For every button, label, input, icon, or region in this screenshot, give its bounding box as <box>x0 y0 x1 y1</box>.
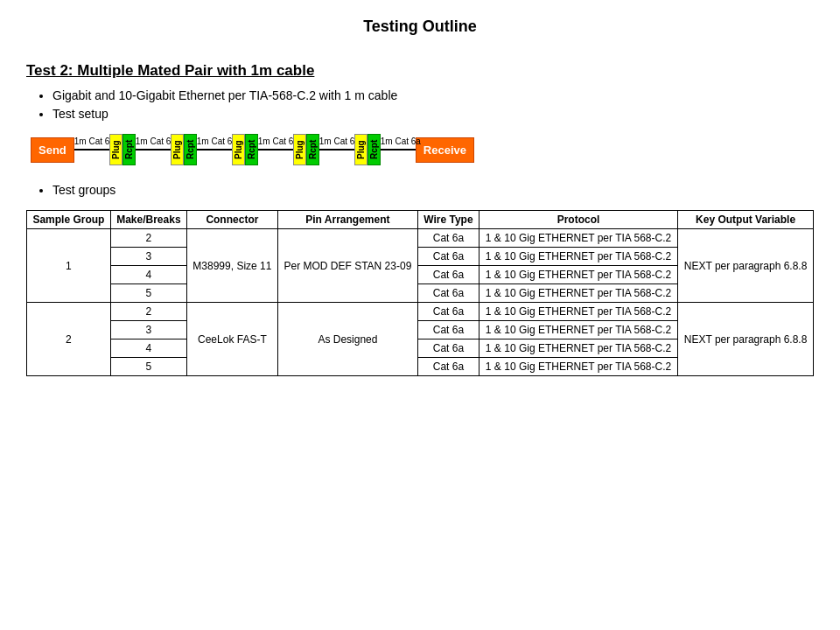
cell-make-breaks: 5 <box>110 358 186 376</box>
cell-make-breaks: 2 <box>110 303 186 321</box>
rcpt-3: Rcpt <box>245 134 258 165</box>
bullet-list: Gigabit and 10-Gigabit Ethernet per TIA-… <box>26 88 814 121</box>
col-connector: Connector <box>186 211 277 229</box>
cell-wire-type: Cat 6a <box>417 340 479 358</box>
cell-protocol: 1 & 10 Gig ETHERNET per TIA 568-C.2 <box>479 303 677 321</box>
send-box: Send <box>31 137 74 163</box>
plug-2: Plug <box>171 134 184 165</box>
table-container: Sample Group Make/Breaks Connector Pin A… <box>26 210 814 376</box>
connector-pair-4: Plug Rcpt <box>293 134 319 165</box>
cable-line-4 <box>258 149 293 150</box>
cell-connector: CeeLok FAS-T <box>186 303 277 376</box>
test-groups-section: Test groups <box>26 183 814 197</box>
cell-sample-group: 2 <box>27 303 111 376</box>
cell-protocol: 1 & 10 Gig ETHERNET per TIA 568-C.2 <box>479 284 677 303</box>
cell-protocol: 1 & 10 Gig ETHERNET per TIA 568-C.2 <box>479 229 677 248</box>
cell-make-breaks: 4 <box>110 340 186 358</box>
bullet-item-2: Test setup <box>52 107 814 121</box>
cell-wire-type: Cat 6a <box>417 248 479 266</box>
cell-protocol: 1 & 10 Gig ETHERNET per TIA 568-C.2 <box>479 266 677 284</box>
cell-wire-type: Cat 6a <box>417 266 479 284</box>
cell-wire-type: Cat 6a <box>417 284 479 303</box>
connector-pair-5: Plug Rcpt <box>354 134 381 165</box>
cell-wire-type: Cat 6a <box>417 358 479 376</box>
cable-line-3 <box>197 149 232 150</box>
table-row: 22CeeLok FAS-TAs DesignedCat 6a1 & 10 Gi… <box>27 303 814 321</box>
test-groups-bullet: Test groups <box>52 183 814 197</box>
connector-pair-3: Plug Rcpt <box>232 134 258 165</box>
cable-line-2 <box>136 149 171 150</box>
col-wire-type: Wire Type <box>417 211 479 229</box>
col-pin-arrangement: Pin Arrangement <box>277 211 417 229</box>
cell-protocol: 1 & 10 Gig ETHERNET per TIA 568-C.2 <box>479 248 677 266</box>
cell-key-output: NEXT per paragraph 6.8.8 <box>678 229 814 303</box>
cell-pin-arrangement: Per MOD DEF STAN 23-09 <box>277 229 417 303</box>
rcpt-4: Rcpt <box>306 134 319 165</box>
cell-sample-group: 1 <box>27 229 111 303</box>
cell-make-breaks: 3 <box>110 248 186 266</box>
rcpt-2: Rcpt <box>184 134 197 165</box>
table-header-row: Sample Group Make/Breaks Connector Pin A… <box>27 211 814 229</box>
cable-line-6 <box>381 149 416 150</box>
receive-box: Receive <box>416 137 474 163</box>
col-key-output: Key Output Variable <box>678 211 814 229</box>
col-make-breaks: Make/Breaks <box>110 211 186 229</box>
cable-line-1 <box>74 149 109 150</box>
cell-connector: M38999, Size 11 <box>186 229 277 303</box>
page-title: Testing Outline <box>26 18 814 36</box>
cell-wire-type: Cat 6a <box>417 321 479 340</box>
cable-label-6: 1m Cat 6a <box>381 136 421 146</box>
cell-wire-type: Cat 6a <box>417 229 479 248</box>
cell-protocol: 1 & 10 Gig ETHERNET per TIA 568-C.2 <box>479 321 677 340</box>
plug-1: Plug <box>109 134 122 165</box>
table-row: 12M38999, Size 11Per MOD DEF STAN 23-09C… <box>27 229 814 248</box>
cell-wire-type: Cat 6a <box>417 303 479 321</box>
rcpt-5: Rcpt <box>368 134 381 165</box>
test-title: Test 2: Multiple Mated Pair with 1m cabl… <box>26 62 814 80</box>
cell-make-breaks: 2 <box>110 229 186 248</box>
connector-pair-1: Plug Rcpt <box>109 134 136 165</box>
results-table: Sample Group Make/Breaks Connector Pin A… <box>26 210 814 376</box>
rcpt-1: Rcpt <box>122 134 136 165</box>
col-sample-group: Sample Group <box>27 211 111 229</box>
connector-pair-2: Plug Rcpt <box>171 134 197 165</box>
diagram: Send 1m Cat 6a Plug Rcpt 1m Cat 6a Plug … <box>31 134 814 165</box>
cell-pin-arrangement: As Designed <box>277 303 417 376</box>
cable-line-5 <box>319 149 354 150</box>
plug-4: Plug <box>293 134 306 165</box>
cell-protocol: 1 & 10 Gig ETHERNET per TIA 568-C.2 <box>479 340 677 358</box>
col-protocol: Protocol <box>479 211 677 229</box>
cell-make-breaks: 3 <box>110 321 186 340</box>
cell-make-breaks: 4 <box>110 266 186 284</box>
cell-protocol: 1 & 10 Gig ETHERNET per TIA 568-C.2 <box>479 358 677 376</box>
bullet-item-1: Gigabit and 10-Gigabit Ethernet per TIA-… <box>52 88 814 102</box>
plug-3: Plug <box>232 134 245 165</box>
plug-5: Plug <box>354 134 368 165</box>
cell-make-breaks: 5 <box>110 284 186 303</box>
cell-key-output: NEXT per paragraph 6.8.8 <box>678 303 814 376</box>
